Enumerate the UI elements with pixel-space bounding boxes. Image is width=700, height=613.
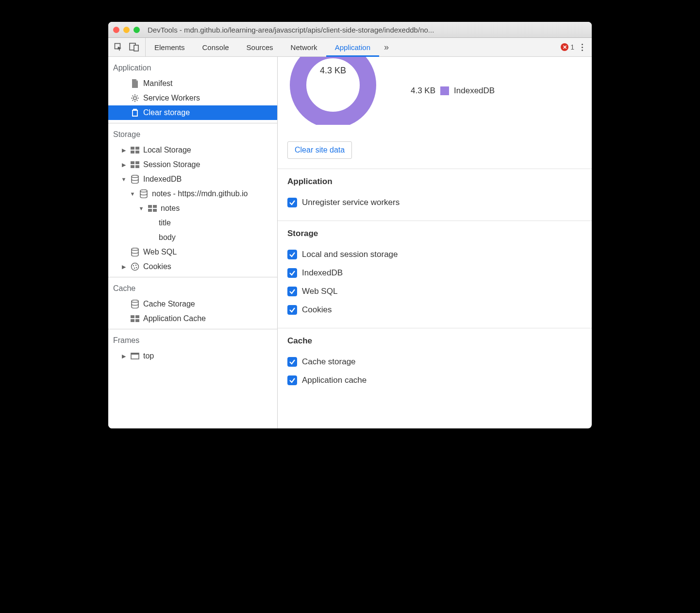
svg-point-22 — [134, 268, 135, 269]
sidebar-item-label: body — [159, 233, 176, 242]
checkbox-label: Unregister service workers — [302, 198, 400, 207]
svg-point-23 — [136, 267, 137, 268]
sidebar-heading-application: Application — [108, 60, 277, 76]
storage-total-label: 4.3 KB — [320, 66, 346, 76]
sidebar-item-manifest[interactable]: Manifest — [108, 76, 277, 91]
checkbox-row-websql[interactable]: Web SQL — [287, 282, 582, 301]
tab-elements[interactable]: Elements — [146, 38, 194, 56]
checkbox-row-indexeddb[interactable]: IndexedDB — [287, 264, 582, 282]
sidebar-item-field-title[interactable]: title — [108, 216, 277, 230]
sidebar-item-label: Clear storage — [143, 108, 190, 117]
checkbox-label: Application cache — [302, 375, 367, 385]
cookie-icon — [131, 262, 139, 271]
titlebar: DevTools - mdn.github.io/learning-area/j… — [108, 22, 592, 38]
svg-point-18 — [132, 248, 138, 251]
section-cache: Cache Cache storage Application cache — [278, 328, 592, 398]
document-icon — [131, 79, 139, 88]
kebab-menu-icon[interactable] — [577, 44, 587, 51]
table-icon — [131, 160, 139, 169]
tab-console[interactable]: Console — [194, 38, 238, 56]
checkbox-row-unregister-sw[interactable]: Unregister service workers — [287, 193, 582, 212]
toolbar-right: ✕ 1 — [556, 38, 592, 56]
legend-label: IndexedDB — [454, 86, 495, 96]
sidebar-section-cache: Cache Cache Storage Application Cache — [108, 277, 277, 329]
sidebar-item-service-workers[interactable]: Service Workers — [108, 91, 277, 105]
section-heading-application: Application — [287, 177, 582, 187]
svg-rect-25 — [131, 315, 134, 318]
checkbox-label: Local and session storage — [302, 250, 398, 259]
svg-rect-15 — [153, 205, 157, 208]
svg-rect-11 — [135, 165, 139, 168]
checkbox-checked-icon — [287, 287, 297, 296]
sidebar-item-session-storage[interactable]: ▶ Session Storage — [108, 157, 277, 172]
sidebar-item-frame-top[interactable]: ▶ top — [108, 349, 277, 363]
sidebar-item-label: title — [159, 219, 171, 227]
sidebar-item-label: Web SQL — [143, 248, 177, 256]
sidebar-item-web-sql[interactable]: Web SQL — [108, 245, 277, 259]
database-icon — [139, 189, 148, 198]
svg-rect-5 — [135, 147, 139, 150]
svg-point-3 — [133, 97, 136, 100]
sidebar-item-clear-storage[interactable]: Clear storage — [108, 105, 277, 120]
sidebar-heading-cache: Cache — [108, 280, 277, 297]
sidebar-item-label: Service Workers — [143, 94, 200, 102]
svg-point-13 — [140, 190, 147, 192]
sidebar-item-label: top — [143, 352, 154, 360]
svg-point-19 — [132, 263, 139, 271]
sidebar-item-label: Application Cache — [143, 314, 206, 323]
sidebar-item-cache-storage[interactable]: Cache Storage — [108, 297, 277, 311]
svg-rect-28 — [135, 319, 139, 322]
checkbox-row-application-cache[interactable]: Application cache — [287, 371, 582, 390]
sidebar-item-local-storage[interactable]: ▶ Local Storage — [108, 143, 277, 157]
checkbox-label: Web SQL — [302, 287, 337, 296]
clear-site-data-button[interactable]: Clear site data — [287, 141, 352, 159]
device-toolbar-icon[interactable] — [128, 41, 140, 53]
tab-network[interactable]: Network — [282, 38, 326, 56]
sidebar-item-label: Cookies — [143, 262, 171, 271]
sidebar-item-label: Manifest — [143, 79, 172, 88]
tab-sources[interactable]: Sources — [238, 38, 282, 56]
caret-right-icon: ▶ — [121, 147, 127, 153]
sidebar-section-application: Application Manifest Service Workers Cle… — [108, 57, 277, 123]
caret-right-icon: ▶ — [121, 264, 127, 270]
error-counter[interactable]: ✕ 1 — [561, 43, 574, 51]
sidebar-heading-frames: Frames — [108, 332, 277, 349]
close-window-button[interactable] — [113, 27, 119, 33]
checkbox-row-cache-storage[interactable]: Cache storage — [287, 353, 582, 371]
sidebar-heading-storage: Storage — [108, 126, 277, 143]
checkbox-row-cookies[interactable]: Cookies — [287, 301, 582, 319]
storage-chart-row: 4.3 KB 4.3 KB IndexedDB — [278, 57, 592, 135]
sidebar-item-store-notes[interactable]: ▼ notes — [108, 201, 277, 216]
panel-tabs: Elements Console Sources Network Applica… — [146, 38, 556, 56]
section-application: Application Unregister service workers — [278, 169, 592, 221]
sidebar-item-cookies[interactable]: ▶ Cookies — [108, 259, 277, 274]
svg-point-12 — [132, 175, 138, 178]
inspect-element-icon[interactable] — [112, 41, 125, 53]
svg-rect-7 — [135, 151, 139, 153]
sidebar-item-label: Session Storage — [143, 160, 200, 169]
svg-point-20 — [133, 265, 134, 266]
tab-application[interactable]: Application — [326, 38, 379, 56]
checkbox-row-local-session[interactable]: Local and session storage — [287, 245, 582, 264]
error-count: 1 — [570, 43, 574, 51]
checkbox-checked-icon — [287, 357, 297, 367]
svg-rect-16 — [148, 209, 152, 212]
maximize-window-button[interactable] — [133, 27, 140, 33]
section-heading-cache: Cache — [287, 336, 582, 346]
sidebar-item-label: Local Storage — [143, 146, 191, 154]
devtools-window: DevTools - mdn.github.io/learning-area/j… — [108, 22, 592, 428]
checkbox-checked-icon — [287, 268, 297, 278]
tabs-overflow-icon[interactable]: » — [379, 38, 394, 56]
main-panel: 4.3 KB 4.3 KB IndexedDB Clear site data … — [278, 57, 592, 428]
minimize-window-button[interactable] — [123, 27, 130, 33]
section-storage: Storage Local and session storage Indexe… — [278, 221, 592, 328]
sidebar-item-db-notes[interactable]: ▼ notes - https://mdn.github.io — [108, 187, 277, 201]
clear-site-data-row: Clear site data — [278, 135, 592, 169]
toolbar: Elements Console Sources Network Applica… — [108, 38, 592, 57]
sidebar-item-indexeddb[interactable]: ▼ IndexedDB — [108, 172, 277, 187]
sidebar-item-field-body[interactable]: body — [108, 230, 277, 245]
sidebar-item-application-cache[interactable]: Application Cache — [108, 311, 277, 326]
window-title: DevTools - mdn.github.io/learning-area/j… — [148, 26, 587, 34]
sidebar-section-frames: Frames ▶ top — [108, 329, 277, 366]
sidebar-section-storage: Storage ▶ Local Storage ▶ Session Storag… — [108, 123, 277, 277]
